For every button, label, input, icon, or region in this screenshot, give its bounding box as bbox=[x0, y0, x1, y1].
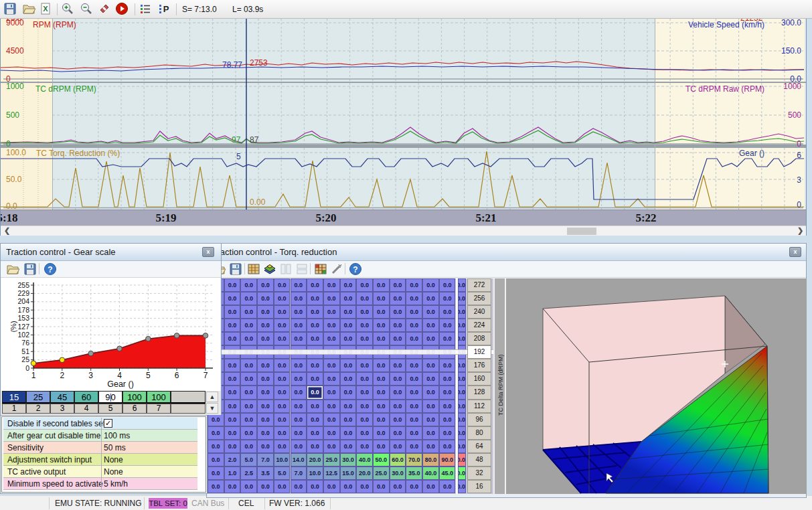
torq-cell[interactable]: 0.0 bbox=[356, 386, 373, 399]
torq-cell[interactable]: 7.0 bbox=[291, 466, 307, 480]
torq-cell[interactable]: 0.0 bbox=[307, 386, 323, 399]
torq-cell[interactable]: 0.0 bbox=[373, 292, 390, 305]
torq-cell[interactable]: 0.0 bbox=[274, 372, 291, 386]
gear-value-cell[interactable]: 25 bbox=[26, 391, 50, 404]
torq-cell[interactable]: 0.0 bbox=[274, 359, 291, 372]
settings-row[interactable]: Sensitivity50 ms bbox=[3, 442, 197, 454]
torq-cell[interactable]: 0.0 bbox=[257, 292, 274, 305]
open-icon[interactable] bbox=[22, 2, 37, 17]
torq-cell[interactable]: 0.0 bbox=[422, 305, 439, 319]
settings-row[interactable]: Adjustment switch inputNone bbox=[3, 454, 197, 466]
gear-value-cell[interactable]: 100 bbox=[123, 391, 147, 404]
torq-cell[interactable]: 0.0 bbox=[406, 359, 422, 372]
setting-value[interactable]: 100 ms bbox=[104, 431, 130, 440]
gear-chart-point[interactable] bbox=[31, 361, 36, 366]
torq-row-header[interactable]: 272 bbox=[467, 278, 491, 292]
torq-cell[interactable]: 0.0 bbox=[390, 400, 406, 413]
setting-value[interactable]: 5 km/h bbox=[104, 479, 128, 489]
torq-cell[interactable]: 0.0 bbox=[307, 413, 323, 426]
torq-cell[interactable]: 0.0 bbox=[439, 413, 456, 426]
settings-row[interactable]: TC active outputNone bbox=[3, 466, 197, 478]
torq-cell[interactable]: 0.0 bbox=[274, 440, 291, 453]
torq-cell[interactable]: 0.0 bbox=[340, 372, 357, 386]
torq-cell[interactable]: 0.0 bbox=[307, 440, 323, 453]
torq-cell[interactable]: 0.0 bbox=[257, 332, 274, 345]
torq-cell[interactable]: 0.0 bbox=[240, 413, 257, 426]
settings-row[interactable]: Minimum speed to activate5 km/h bbox=[3, 478, 197, 490]
torq-cell[interactable]: 0.0 bbox=[257, 372, 274, 386]
torq-cell[interactable]: 10.0 bbox=[274, 453, 291, 466]
torq-cell[interactable]: 0.0 bbox=[208, 480, 224, 493]
torq-cell[interactable]: 0.0 bbox=[373, 332, 390, 345]
gear-value-cell[interactable]: 15 bbox=[2, 391, 26, 404]
table-icon[interactable] bbox=[247, 262, 260, 276]
torq-cell[interactable]: 60.0 bbox=[390, 453, 406, 466]
torq-cell[interactable]: 0.0 bbox=[274, 319, 291, 332]
torq-cell[interactable]: 0.0 bbox=[323, 278, 340, 292]
torq-cell[interactable]: 0.0 bbox=[422, 278, 439, 292]
settings-row[interactable]: After gear cut disable time100 ms bbox=[3, 430, 197, 442]
open-icon[interactable] bbox=[6, 262, 19, 276]
torq-cell[interactable]: 40.0 bbox=[422, 466, 439, 480]
torq-cell[interactable]: 0.0 bbox=[356, 305, 373, 319]
torq-cell[interactable]: 0.0 bbox=[257, 305, 274, 319]
torq-cell[interactable]: 0.0 bbox=[274, 413, 291, 426]
torq-cell[interactable]: 3.5 bbox=[257, 466, 274, 480]
torq-cell[interactable]: 0.0 bbox=[340, 400, 357, 413]
torq-cell[interactable]: 0.0 bbox=[356, 480, 373, 493]
torq-cell[interactable]: 0.0 bbox=[274, 400, 291, 413]
torq-row-header[interactable]: 112 bbox=[467, 400, 491, 413]
torq-cell[interactable]: 0.0 bbox=[291, 426, 307, 440]
torq-cell[interactable]: 0.0 bbox=[274, 386, 291, 399]
torq-cell[interactable]: 0.0 bbox=[422, 386, 439, 399]
settings-row[interactable]: Disable if second tables set✓ bbox=[3, 418, 197, 430]
torq-cell[interactable]: 0.0 bbox=[323, 400, 340, 413]
setting-checkbox[interactable]: ✓ bbox=[104, 419, 112, 428]
torq-cell[interactable]: 0.0 bbox=[224, 278, 241, 292]
torq-cell[interactable]: 0.0 bbox=[257, 413, 274, 426]
torq-cell[interactable]: 0.0 bbox=[224, 292, 241, 305]
torq-cell[interactable]: 0.0 bbox=[406, 440, 422, 453]
torq-cell[interactable]: 0.0 bbox=[422, 400, 439, 413]
torq-cell[interactable]: 12.5 bbox=[323, 466, 340, 480]
torq-cell[interactable]: 0.0 bbox=[291, 413, 307, 426]
torq-cell[interactable]: 0.0 bbox=[340, 386, 357, 399]
wand-icon[interactable] bbox=[330, 262, 343, 276]
torq-cell[interactable]: 0.0 bbox=[208, 426, 224, 440]
torq-cell[interactable]: 0.0 bbox=[323, 480, 340, 493]
torq-cell[interactable]: 0.0 bbox=[390, 332, 406, 345]
torq-cell[interactable]: 0.0 bbox=[274, 305, 291, 319]
play-icon[interactable] bbox=[115, 2, 130, 17]
torq-cell[interactable]: 2.0 bbox=[224, 453, 241, 466]
torq-cell[interactable]: 0.0 bbox=[406, 372, 422, 386]
torq-cell[interactable]: 0.0 bbox=[439, 372, 456, 386]
torq-cell[interactable]: 0.0 bbox=[458, 359, 466, 372]
scroll-thumb[interactable] bbox=[567, 228, 596, 235]
gear-value-cell[interactable]: 60 bbox=[74, 391, 98, 404]
torq-cell[interactable]: 0.0 bbox=[458, 413, 466, 426]
torq-cell[interactable]: 0.0 bbox=[240, 332, 257, 345]
torq-cell[interactable]: 0.0 bbox=[224, 386, 241, 399]
torq-cell[interactable]: 14.0 bbox=[291, 453, 307, 466]
gear-chart-point[interactable] bbox=[146, 336, 151, 341]
torq-cell[interactable]: 0.0 bbox=[274, 480, 291, 493]
torq-cell[interactable]: 0.0 bbox=[458, 426, 466, 440]
torq-cell[interactable]: 0.0 bbox=[224, 305, 241, 319]
close-icon[interactable]: x bbox=[789, 247, 801, 257]
torq-cell[interactable]: 0.0 bbox=[356, 440, 373, 453]
torq-cell[interactable]: 0.0 bbox=[439, 332, 456, 345]
torq-cell[interactable]: 20.0 bbox=[307, 453, 323, 466]
torq-cell[interactable]: 0.0 bbox=[323, 332, 340, 345]
torq-cell[interactable]: 0.0 bbox=[240, 305, 257, 319]
torq-cell[interactable]: 0.0 bbox=[208, 453, 224, 466]
torq-cell[interactable]: 0.0 bbox=[307, 480, 323, 493]
torq-cell[interactable]: 0.0 bbox=[373, 386, 390, 399]
torq-cell[interactable]: 0.0 bbox=[307, 400, 323, 413]
torq-cell[interactable]: 0.0 bbox=[323, 372, 340, 386]
torq-cell[interactable]: 0.0 bbox=[307, 278, 323, 292]
torq-cell[interactable]: 0.0 bbox=[340, 359, 357, 372]
torq-cell[interactable]: 0.0 bbox=[323, 386, 340, 399]
torq-cell[interactable]: 0.0 bbox=[291, 305, 307, 319]
torq-cell[interactable]: 0.0 bbox=[307, 292, 323, 305]
torq-cell[interactable]: 0.0 bbox=[240, 292, 257, 305]
